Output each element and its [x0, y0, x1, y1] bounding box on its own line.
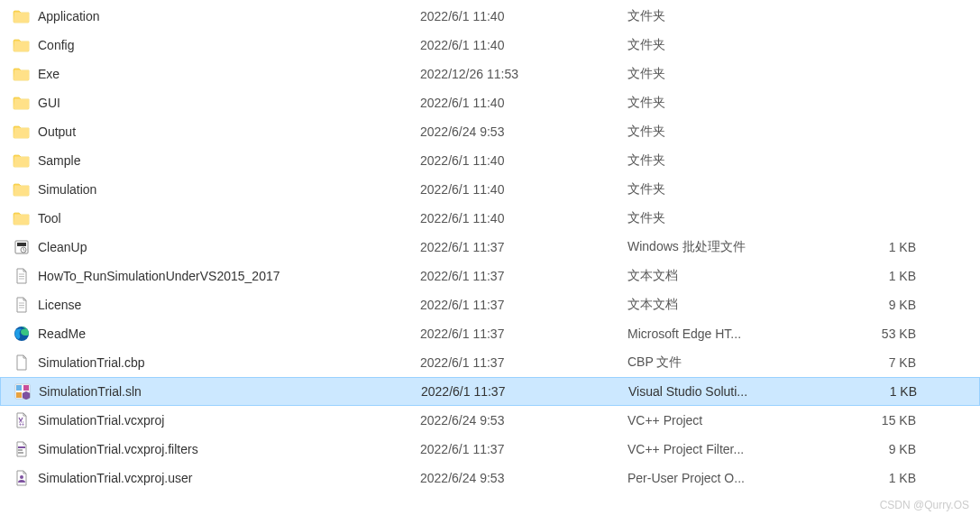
- file-size: 1 KB: [853, 240, 934, 254]
- file-date: 2022/6/24 9:53: [420, 124, 627, 139]
- file-type: 文件夹: [627, 95, 853, 111]
- file-date: 2022/6/24 9:53: [420, 471, 627, 485]
- file-row[interactable]: Application2022/6/1 11:40文件夹: [0, 2, 980, 31]
- file-date: 2022/6/1 11:40: [420, 9, 627, 23]
- file-name: SimulationTrial.vcxproj.user: [32, 471, 420, 485]
- text-icon: [11, 297, 32, 313]
- file-date: 2022/6/1 11:37: [420, 240, 627, 254]
- file-type: 文件夹: [627, 124, 853, 140]
- file-size: 1 KB: [853, 471, 934, 485]
- file-icon: [11, 354, 32, 371]
- file-row[interactable]: Sample2022/6/1 11:40文件夹: [0, 146, 980, 175]
- file-row[interactable]: Tool2022/6/1 11:40文件夹: [0, 204, 980, 233]
- file-row[interactable]: SimulationTrial.cbp2022/6/1 11:37CBP 文件7…: [0, 348, 980, 377]
- folder-icon: [11, 180, 32, 198]
- file-row[interactable]: SimulationTrial.vcxproj.filters2022/6/1 …: [0, 435, 980, 464]
- svg-text:++: ++: [19, 421, 24, 427]
- folder-icon: [11, 123, 32, 141]
- file-date: 2022/6/1 11:40: [420, 211, 627, 225]
- file-date: 2022/6/1 11:40: [420, 38, 627, 52]
- file-row[interactable]: Output2022/6/24 9:53文件夹: [0, 117, 980, 146]
- sln-icon: [12, 383, 33, 400]
- vcxfilters-icon: [11, 441, 32, 457]
- file-name: ReadMe: [32, 326, 420, 341]
- file-type: Per-User Project O...: [627, 471, 853, 485]
- file-type: 文件夹: [627, 8, 853, 24]
- file-size: 9 KB: [853, 298, 934, 312]
- file-row[interactable]: Simulation2022/6/1 11:40文件夹: [0, 175, 980, 204]
- file-name: SimulationTrial.vcxproj.filters: [32, 442, 420, 456]
- file-date: 2022/6/1 11:40: [420, 182, 627, 197]
- file-date: 2022/6/1 11:40: [420, 96, 627, 110]
- file-name: Tool: [32, 211, 420, 225]
- vcxuser-icon: [11, 470, 32, 486]
- svg-rect-1: [17, 243, 26, 246]
- file-date: 2022/6/1 11:37: [420, 269, 627, 283]
- file-name: Output: [32, 124, 420, 139]
- file-row[interactable]: ReadMe2022/6/1 11:37Microsoft Edge HT...…: [0, 319, 980, 348]
- file-name: CleanUp: [32, 240, 420, 254]
- file-row[interactable]: SimulationTrial.sln2022/6/1 11:37Visual …: [0, 377, 980, 406]
- file-type: 文本文档: [627, 297, 853, 313]
- file-date: 2022/6/24 9:53: [420, 413, 627, 428]
- svg-rect-12: [23, 385, 29, 391]
- file-name: License: [32, 298, 420, 312]
- file-name: Exe: [32, 67, 420, 81]
- svg-rect-17: [18, 452, 23, 454]
- file-row[interactable]: GUI2022/6/1 11:40文件夹: [0, 88, 980, 117]
- file-type: 文本文档: [627, 268, 853, 284]
- file-row[interactable]: License2022/6/1 11:37文本文档9 KB: [0, 290, 980, 319]
- file-row[interactable]: Config2022/6/1 11:40文件夹: [0, 31, 980, 60]
- file-list: Application2022/6/1 11:40文件夹Config2022/6…: [0, 0, 980, 492]
- file-size: 1 KB: [853, 269, 934, 283]
- folder-icon: [11, 7, 32, 25]
- folder-icon: [11, 36, 32, 54]
- svg-rect-13: [16, 392, 22, 398]
- file-size: 15 KB: [853, 413, 934, 428]
- file-size: 9 KB: [853, 442, 934, 456]
- file-type: 文件夹: [627, 37, 853, 53]
- file-type: Windows 批处理文件: [627, 239, 853, 255]
- file-size: 1 KB: [854, 384, 935, 399]
- folder-icon: [11, 65, 32, 83]
- edge-icon: [11, 326, 32, 342]
- file-date: 2022/6/1 11:37: [420, 298, 627, 312]
- file-row[interactable]: ++SimulationTrial.vcxproj2022/6/24 9:53V…: [0, 406, 980, 435]
- file-type: 文件夹: [627, 181, 853, 198]
- file-name: SimulationTrial.cbp: [32, 355, 420, 370]
- file-name: Application: [32, 9, 420, 23]
- vcxproj-icon: ++: [11, 412, 32, 428]
- file-date: 2022/6/1 11:40: [420, 153, 627, 168]
- file-type: Microsoft Edge HT...: [627, 326, 853, 341]
- file-name: Sample: [32, 153, 420, 168]
- file-date: 2022/6/1 11:37: [420, 326, 627, 341]
- file-type: VC++ Project: [627, 413, 853, 428]
- file-date: 2022/12/26 11:53: [420, 67, 627, 81]
- watermark: CSDN @Qurry.OS: [880, 499, 969, 511]
- file-name: GUI: [32, 96, 420, 110]
- folder-icon: [11, 152, 32, 170]
- svg-point-18: [20, 475, 23, 479]
- file-name: Config: [32, 38, 420, 52]
- text-icon: [11, 268, 32, 284]
- file-type: CBP 文件: [627, 354, 853, 371]
- file-type: 文件夹: [627, 210, 853, 226]
- file-row[interactable]: Exe2022/12/26 11:53文件夹: [0, 60, 980, 88]
- batch-icon: [11, 239, 32, 255]
- svg-rect-16: [18, 449, 23, 451]
- file-date: 2022/6/1 11:37: [420, 442, 627, 456]
- file-type: 文件夹: [627, 152, 853, 169]
- file-name: HowTo_RunSimulationUnderVS2015_2017: [32, 269, 420, 283]
- file-row[interactable]: SimulationTrial.vcxproj.user2022/6/24 9:…: [0, 464, 980, 492]
- folder-icon: [11, 94, 32, 112]
- file-type: 文件夹: [627, 66, 853, 82]
- file-type: Visual Studio Soluti...: [628, 384, 854, 399]
- file-name: Simulation: [32, 182, 420, 197]
- file-row[interactable]: HowTo_RunSimulationUnderVS2015_20172022/…: [0, 262, 980, 290]
- folder-icon: [11, 209, 32, 227]
- file-name: SimulationTrial.vcxproj: [32, 413, 420, 428]
- svg-rect-15: [18, 446, 25, 448]
- file-date: 2022/6/1 11:37: [421, 384, 628, 399]
- file-row[interactable]: CleanUp2022/6/1 11:37Windows 批处理文件1 KB: [0, 233, 980, 262]
- svg-rect-11: [16, 385, 22, 391]
